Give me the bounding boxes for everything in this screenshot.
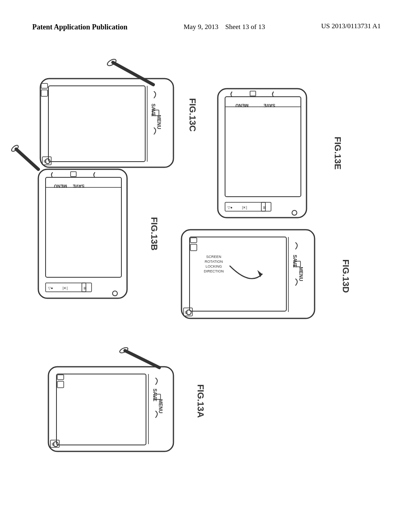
svg-text:⊞: ⊞ <box>263 206 266 210</box>
svg-text:SAVE: SAVE <box>73 184 84 189</box>
svg-text:MENU: MENU <box>236 103 248 108</box>
svg-text:FIG.13D: FIG.13D <box>341 259 351 293</box>
svg-text:SAVE: SAVE <box>263 103 275 108</box>
svg-rect-43 <box>190 237 286 311</box>
svg-text:SCREEN: SCREEN <box>206 255 221 259</box>
svg-text:⊞: ⊞ <box>83 286 87 290</box>
svg-text:FIG.13E: FIG.13E <box>333 137 343 170</box>
svg-rect-60 <box>56 374 146 445</box>
svg-text:⊞: ⊞ <box>44 159 47 163</box>
svg-rect-31 <box>250 91 256 96</box>
svg-line-11 <box>113 62 153 85</box>
svg-text:FIG.13C: FIG.13C <box>188 98 198 131</box>
svg-rect-44 <box>190 238 197 243</box>
svg-rect-0 <box>40 79 173 167</box>
fig13c-group: ⊞ SAVE MENU FIG.13C <box>40 58 198 167</box>
svg-text:|✕|: |✕| <box>242 206 247 210</box>
svg-rect-59 <box>48 367 173 451</box>
svg-point-20 <box>113 291 117 296</box>
svg-text:▽●: ▽● <box>227 206 232 210</box>
svg-rect-29 <box>218 89 307 218</box>
patent-drawing: ⊞ SAVE MENU FIG.13C <box>0 0 413 476</box>
svg-rect-61 <box>57 375 64 380</box>
svg-text:⊞: ⊞ <box>52 442 55 446</box>
svg-text:⊞: ⊞ <box>185 310 188 314</box>
svg-point-35 <box>292 210 297 215</box>
svg-marker-50 <box>257 270 262 277</box>
svg-text:DIRECTION: DIRECTION <box>204 269 224 273</box>
svg-rect-45 <box>190 244 197 251</box>
fig13d-group: SCREEN ROTATION LOCKING DIRECTION ⊞ SAVE… <box>181 230 351 318</box>
fig13e-group: SAVE MENU ▽● |✕| ⊞ FIG.13E <box>218 89 343 218</box>
svg-rect-1 <box>48 86 145 162</box>
svg-rect-62 <box>57 381 64 388</box>
svg-text:|✕|: |✕| <box>63 286 68 290</box>
svg-rect-2 <box>41 83 48 88</box>
svg-rect-16 <box>71 172 76 177</box>
svg-text:LOCKING: LOCKING <box>206 264 222 268</box>
svg-text:MENU: MENU <box>156 115 162 129</box>
svg-text:▽●: ▽● <box>48 286 53 290</box>
svg-rect-3 <box>41 90 48 96</box>
svg-rect-42 <box>181 230 315 318</box>
svg-rect-30 <box>225 97 301 197</box>
svg-text:MENU: MENU <box>54 184 67 189</box>
svg-text:MENU: MENU <box>158 399 163 413</box>
svg-line-70 <box>125 351 159 368</box>
svg-text:MENU: MENU <box>298 267 304 281</box>
svg-text:FIG.13A: FIG.13A <box>196 384 206 418</box>
fig13a-group: ⊞ SAVE MENU FIG.13A <box>48 347 206 451</box>
svg-line-26 <box>16 149 38 169</box>
svg-text:ROTATION: ROTATION <box>204 260 223 264</box>
svg-rect-15 <box>46 177 121 277</box>
svg-text:FIG.13B: FIG.13B <box>149 217 159 250</box>
